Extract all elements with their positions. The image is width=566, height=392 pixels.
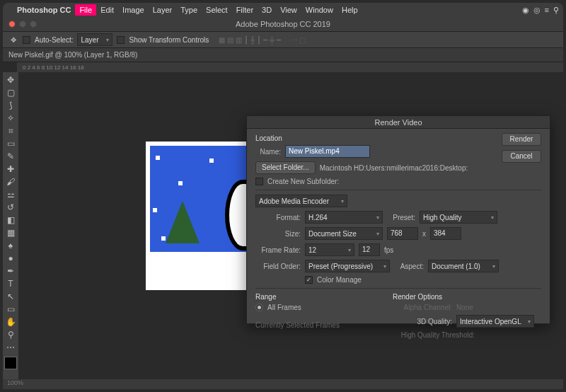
size-select[interactable]: Document Size [305, 227, 383, 240]
menu-view[interactable]: View [276, 4, 301, 16]
hq-threshold-label: High Quality Threshold: [393, 331, 475, 339]
dodge-tool-icon[interactable]: ● [4, 252, 18, 265]
framerate-select[interactable]: 12 [305, 243, 354, 256]
menu-filter[interactable]: Filter [232, 4, 258, 16]
pen-tool-icon[interactable]: ✒ [4, 265, 18, 277]
location-label: Location [255, 134, 541, 142]
history-brush-icon[interactable]: ↺ [4, 201, 18, 214]
app-menu[interactable]: Photoshop CC [13, 4, 75, 16]
menu-type[interactable]: Type [176, 4, 202, 16]
render-video-dialog: Render Video Render Cancel Location Name… [246, 115, 550, 324]
auto-select-label: Auto-Select: [35, 36, 73, 44]
all-frames-label: All Frames [267, 304, 301, 311]
status-bar: 100% [3, 379, 563, 389]
preset-select[interactable]: High Quality [420, 211, 497, 224]
blur-tool-icon[interactable]: ♠ [4, 239, 18, 252]
hand-tool-icon[interactable]: ✋ [4, 316, 18, 328]
brush-tool-icon[interactable]: 🖌 [4, 175, 18, 188]
heal-tool-icon[interactable]: ✚ [4, 163, 18, 175]
menu-edit[interactable]: Edit [96, 4, 118, 16]
path-tool-icon[interactable]: ↖ [4, 290, 18, 303]
auto-select-checkbox[interactable] [23, 36, 30, 44]
aspect-label: Aspect: [394, 263, 424, 270]
preset-label: Preset: [387, 214, 415, 221]
document-tab[interactable]: New Piskel.gif @ 100% (Layer 1, RGB/8) [8, 51, 137, 59]
window-title: Adobe Photoshop CC 2019 [236, 20, 330, 28]
menu-image[interactable]: Image [118, 4, 149, 16]
range-label: Range [255, 293, 376, 301]
render-button[interactable]: Render [502, 133, 541, 146]
menu-select[interactable]: Select [202, 4, 232, 16]
status-icon: ◉ [522, 6, 529, 15]
menu-window[interactable]: Window [301, 4, 337, 16]
menu-help[interactable]: Help [337, 4, 362, 16]
format-select[interactable]: H.264 [305, 211, 383, 224]
format-label: Format: [255, 214, 301, 221]
all-frames-radio[interactable] [255, 304, 263, 311]
status-icon: ◎ [533, 6, 541, 15]
window-titlebar: Adobe Photoshop CC 2019 [3, 17, 563, 31]
move-tool-icon[interactable]: ✥ [4, 74, 18, 86]
lasso-tool-icon[interactable]: ⟆ [4, 99, 18, 112]
crop-tool-icon[interactable]: ⌗ [4, 125, 18, 137]
ruler-horizontal: 0 2 4 6 8 10 12 14 16 18 [17, 62, 563, 72]
mode-icons: ⋯ ⬚ [291, 36, 306, 44]
marquee-tool-icon[interactable]: ▢ [4, 86, 18, 99]
mac-menubar: Photoshop CC File Edit Image Layer Type … [3, 3, 563, 17]
align-icons[interactable]: ▦ ▤ ▥ ┃ ╫ ┃ ━ ╪ ━ [219, 36, 280, 44]
layer-select[interactable]: Layer [77, 33, 112, 46]
shape-tool-icon[interactable]: ▭ [4, 303, 18, 316]
3d-quality-select[interactable]: Interactive OpenGL [456, 315, 534, 328]
framerate-input[interactable]: 12 [359, 243, 380, 256]
field-order-select[interactable]: Preset (Progressive) [305, 260, 390, 272]
color-swatch[interactable] [4, 357, 17, 369]
selected-frames-label: Currently Selected Frames [255, 321, 340, 329]
gradient-tool-icon[interactable]: ▦ [4, 226, 18, 239]
show-transform-checkbox[interactable] [117, 36, 125, 44]
document-tabbar: New Piskel.gif @ 100% (Layer 1, RGB/8) [3, 48, 563, 62]
folder-path: Macintosh HD:Users:nmillerimac2016:Deskt… [320, 164, 468, 172]
3d-quality-label: 3D Quality: [393, 318, 452, 325]
create-subfolder-label: Create New Subfolder: [267, 178, 339, 185]
options-bar: ✥ Auto-Select: Layer Show Transform Cont… [3, 31, 563, 48]
cancel-button[interactable]: Cancel [502, 150, 541, 163]
eyedropper-tool-icon[interactable]: ✎ [4, 150, 18, 163]
traffic-lights[interactable] [8, 21, 37, 28]
color-manage-checkbox[interactable]: ✓ [305, 276, 313, 284]
status-icon: ≡ [545, 6, 549, 15]
show-transform-label: Show Transform Controls [129, 36, 209, 44]
stamp-tool-icon[interactable]: ⚍ [4, 188, 18, 201]
select-folder-button[interactable]: Select Folder... [255, 161, 316, 174]
aspect-select[interactable]: Document (1.0) [428, 260, 499, 272]
document-canvas[interactable] [146, 142, 260, 290]
menu-file[interactable]: File [75, 4, 96, 16]
dialog-title: Render Video [247, 116, 550, 129]
move-tool-icon: ✥ [8, 35, 18, 45]
name-input[interactable]: New Piskel.mp4 [285, 145, 370, 158]
menu-layer[interactable]: Layer [149, 4, 177, 16]
alpha-value: None [456, 304, 473, 311]
fps-label: fps [384, 246, 393, 254]
edit-toolbar-icon[interactable]: ⋯ [4, 341, 18, 354]
encoder-select[interactable]: Adobe Media Encoder [255, 195, 347, 207]
zoom-tool-icon[interactable]: ⚲ [4, 328, 18, 341]
type-tool-icon[interactable]: T [4, 277, 18, 290]
menu-3d[interactable]: 3D [258, 4, 276, 16]
create-subfolder-checkbox[interactable] [255, 178, 263, 185]
framerate-label: Frame Rate: [255, 246, 301, 254]
render-options-label: Render Options [393, 293, 534, 301]
field-order-label: Field Order: [255, 263, 301, 270]
eraser-tool-icon[interactable]: ◧ [4, 214, 18, 226]
size-label: Size: [255, 230, 301, 238]
width-input[interactable]: 768 [387, 227, 418, 240]
height-input[interactable]: 384 [430, 227, 461, 240]
wand-tool-icon[interactable]: ✧ [4, 112, 18, 125]
search-icon[interactable]: ⚲ [553, 6, 559, 15]
color-manage-label: Color Manage [317, 276, 362, 284]
frame-tool-icon[interactable]: ▭ [4, 137, 18, 150]
toolbox: ✥ ▢ ⟆ ✧ ⌗ ▭ ✎ ✚ 🖌 ⚍ ↺ ◧ ▦ ♠ ● ✒ T ↖ ▭ ✋ … [3, 72, 18, 382]
alpha-label: Alpha Channel: [393, 304, 452, 311]
name-label: Name: [255, 148, 281, 156]
